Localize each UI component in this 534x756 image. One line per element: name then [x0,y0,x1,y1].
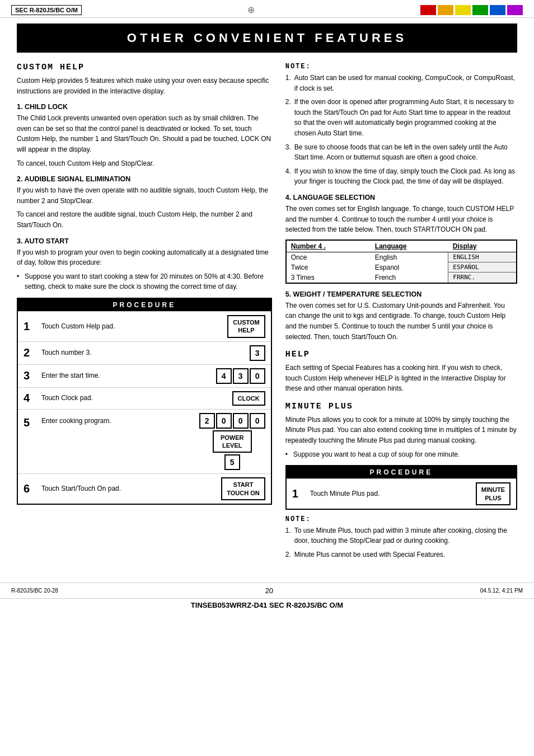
step-6-row: 6 Touch Start/Touch On pad. START TOUCH … [18,473,271,504]
minute-plus-intro: Minute Plus allows you to cook for a min… [285,415,517,446]
start-touch-on-button[interactable]: START TOUCH ON [221,477,265,500]
minute-plus-title: MINUTE PLUS [285,402,517,411]
procedure-box-right: PROCEDURE 1 Touch Minute Plus pad. MINUT… [285,465,517,510]
step-1-text: Touch Custom Help pad. [41,322,222,331]
mp-step-1-num: 1 [292,487,305,500]
mp-note-item-1: To use Minute Plus, touch pad within 3 m… [285,525,517,546]
step-5-num: 5 [24,416,36,429]
time-box-0[interactable]: 0 [250,368,265,384]
procedure-box-left: PROCEDURE 1 Touch Custom Help pad. CUSTO… [17,298,272,505]
step-3-text: Enter the start time. [41,371,210,381]
child-lock-cancel: To cancel, touch Custom Help and Stop/Cl… [17,158,272,169]
lang-col-display: Display [448,240,517,252]
step-1-row: 1 Touch Custom Help pad. CUSTOM HELP [18,311,271,341]
doc-id: SEC R-820JS/BC O/M [11,5,82,15]
page-footer: R-820JS/BC 20-28 20 04.5.12, 4:21 PM [0,583,534,598]
step-5-row: 5 Enter cooking program. 2 0 0 0 POWER L… [18,409,271,474]
auto-start-title: 3. AUTO START [17,237,272,245]
note-list: Auto Start can be used for manual cookin… [285,73,517,187]
lang-french: French [371,273,448,283]
audible-signal-cancel: To cancel and restore the audible signal… [17,209,272,230]
prog-box-2[interactable]: 2 [199,413,215,429]
note-title: NOTE: [285,63,517,71]
prog-box-5[interactable]: 5 [224,454,240,470]
lang-espanol: Espanol [371,262,448,273]
language-selection-title: 4. LANGUAGE SELECTION [285,194,517,201]
child-lock-body: The Child Lock prevents unwanted oven op… [17,113,272,154]
procedure-header-right: PROCEDURE [287,466,516,478]
step-4-num: 4 [24,392,36,405]
lang-row-twice: Twice Espanol ESPAÑOL [286,262,517,273]
help-title: HELP [285,350,517,359]
color-block-purple [507,5,523,15]
mp-step-1-text: Touch Minute Plus pad. [310,489,470,499]
custom-help-button[interactable]: CUSTOM HELP [227,315,265,338]
compass-icon: ⊕ [247,4,255,15]
step-6-text: Touch Start/Touch On pad. [41,484,216,494]
mp-note-list: To use Minute Plus, touch pad within 3 m… [285,525,517,560]
custom-help-title: CUSTOM HELP [17,63,272,72]
power-level-button[interactable]: POWER LEVEL [213,430,252,453]
audible-signal-body: If you wish to have the oven operate wit… [17,185,272,206]
color-block-yellow [455,5,471,15]
lang-twice: Twice [286,262,371,273]
clock-button[interactable]: CLOCK [232,391,265,406]
number-3-box[interactable]: 3 [250,345,265,361]
left-column: CUSTOM HELP Custom Help provides 5 featu… [17,63,272,566]
prog-box-0a[interactable]: 0 [216,413,232,429]
minute-plus-button[interactable]: MINUTE PLUS [476,482,510,505]
language-selection-body: The oven comes set for English language.… [285,204,517,235]
procedure-header-left: PROCEDURE [18,299,271,311]
mp-note-title: NOTE: [285,515,517,523]
lang-once: Once [286,252,371,262]
time-box-4[interactable]: 4 [216,368,232,384]
lang-display-espanol: ESPAÑOL [448,262,517,273]
minute-plus-bullet-1: Suppose you want to heat a cup of soup f… [285,449,517,460]
minute-plus-bullets: Suppose you want to heat a cup of soup f… [285,449,517,460]
note-item-1: Auto Start can be used for manual cookin… [285,73,517,93]
right-column: NOTE: Auto Start can be used for manual … [285,63,517,566]
color-block-green [472,5,488,15]
help-body: Each setting of Special Features has a c… [285,363,517,394]
color-block-orange [438,5,453,15]
child-lock-title: 1. CHILD LOCK [17,103,272,111]
lang-col-number: Number 4 . [286,240,371,252]
lang-row-once: Once English ENGLISH [286,252,517,262]
auto-start-intro: If you wish to program your oven to begi… [17,247,272,268]
footer-date: 04.5.12, 4:21 PM [480,588,523,594]
lang-display-french: FRRNC. [448,273,517,283]
minute-plus-note-box: NOTE: To use Minute Plus, touch pad with… [285,515,517,560]
mp-step-1-row: 1 Touch Minute Plus pad. MINUTE PLUS [287,478,516,509]
step-2-num: 2 [24,346,36,359]
footer-bottom: TINSEB053WRRZ-D41 SEC R-820JS/BC O/M [0,598,534,615]
lang-col-language: Language [371,240,448,252]
start-time-boxes: 4 3 0 [216,368,265,384]
step-5-text: Enter cooking program. [41,416,194,426]
mp-note-item-2: Minute Plus cannot be used with Special … [285,550,517,560]
color-blocks [420,5,523,15]
note-item-4: If you wish to know the time of day, sim… [285,166,517,187]
step-4-text: Touch Clock pad. [41,393,227,403]
audible-signal-title: 2. AUDIBLE SIGNAL ELIMINATION [17,175,272,183]
color-block-blue [490,5,505,15]
prog-box-0b[interactable]: 0 [233,413,249,429]
program-boxes-top: 2 0 0 0 [199,413,265,429]
step-5-controls: 2 0 0 0 POWER LEVEL 5 [199,413,265,471]
step-2-row: 2 Touch number 3. 3 [18,341,271,364]
weight-temp-body: The oven comes set for U.S. Customary Un… [285,300,517,342]
color-block-red [420,5,436,15]
prog-box-0c[interactable]: 0 [250,413,265,429]
note-item-3: Be sure to choose foods that can be left… [285,142,517,163]
footer-page-num: 20 [265,586,273,595]
step-4-row: 4 Touch Clock pad. CLOCK [18,387,271,409]
auto-start-note-box: NOTE: Auto Start can be used for manual … [285,63,517,187]
page-header: SEC R-820JS/BC O/M ⊕ [0,0,534,18]
custom-help-intro: Custom Help provides 5 features which ma… [17,76,272,96]
time-box-3[interactable]: 3 [233,368,249,384]
step-2-text: Touch number 3. [41,348,244,358]
footer-left: R-820JS/BC 20-28 [11,588,58,594]
lang-display-english: ENGLISH [448,252,517,262]
lang-3times: 3 Times [286,273,371,283]
two-column-layout: CUSTOM HELP Custom Help provides 5 featu… [17,63,517,566]
note-item-2: If the oven door is opened after program… [285,97,517,138]
